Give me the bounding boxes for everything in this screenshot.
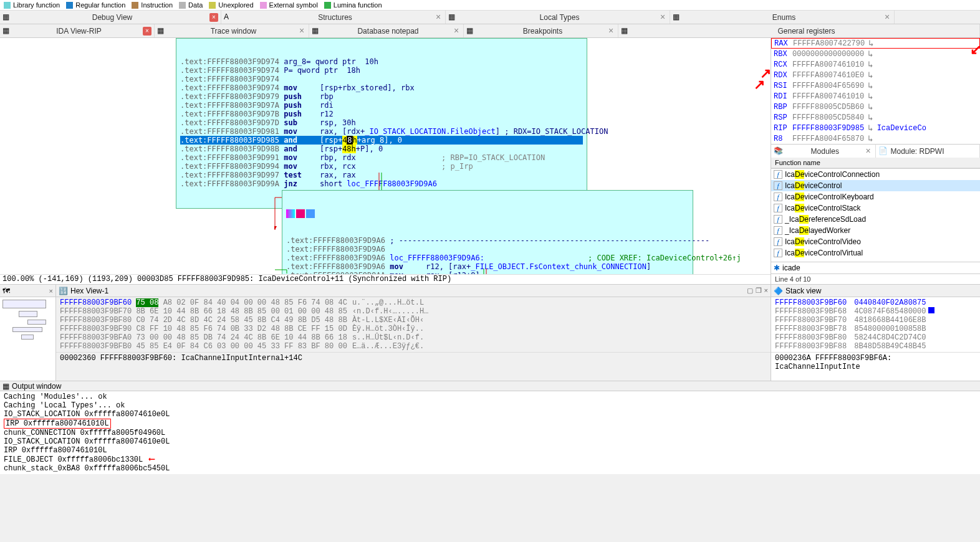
tab-general-registers[interactable]: ▦General registers xyxy=(618,24,980,37)
tab-icon: ▦ xyxy=(2,26,12,36)
close-icon[interactable]: × xyxy=(49,287,53,295)
minimize-icon[interactable]: ▢ xyxy=(747,287,753,295)
register-rcx[interactable]: RCXFFFFFA8007461010↳ xyxy=(771,59,980,70)
function-row[interactable]: fIcaDeviceControlKeyboard xyxy=(771,191,980,202)
code-line[interactable]: .text:FFFFF88003F9D979 push rbp xyxy=(180,92,583,101)
code-line[interactable]: .text:FFFFF88003F9D97B push r12 xyxy=(180,110,583,118)
close-icon[interactable]: × xyxy=(452,27,461,36)
hex-view[interactable]: 🔢 Hex View-1 ▢ ❐ × FFFFF88003F9BF60 75 0… xyxy=(56,285,771,381)
restore-icon[interactable]: ❐ xyxy=(756,287,762,295)
graph-node-2[interactable]: .text:FFFFF88003F9D9A6 ; ---------------… xyxy=(282,190,693,284)
modules-icon: 📚 xyxy=(774,146,784,156)
close-icon[interactable]: × xyxy=(607,27,615,36)
color-icon[interactable] xyxy=(286,209,295,218)
tab-icon: A xyxy=(224,12,234,22)
tab-breakpoints[interactable]: ▦Breakpoints× xyxy=(464,24,618,37)
stack-row[interactable]: FFFFF88003F9BF8058244C8D4C2D74C0 xyxy=(775,333,976,342)
tab-trace-window[interactable]: ▦Trace window× xyxy=(155,24,309,37)
close-icon[interactable]: × xyxy=(864,147,873,156)
function-icon: f xyxy=(774,170,782,179)
graph-node-1[interactable]: .text:FFFFF88003F9D974 arg_8= qword ptr … xyxy=(176,38,587,209)
filter-icon: ✱ xyxy=(774,264,780,272)
register-rbp[interactable]: RBPFFFFF88005CD5B60↳ xyxy=(771,102,980,112)
code-line[interactable]: .text:FFFFF88003F9D981 mov rax, [rdx+_IO… xyxy=(180,127,583,136)
code-line[interactable]: .text:FFFFF88003F9D974 arg_8= qword ptr … xyxy=(180,57,583,66)
stack-row[interactable]: FFFFF88003F9BF704818668B44106E8B xyxy=(775,316,976,325)
output-line: IRP 0xfffffa8007461010L xyxy=(4,419,976,429)
tab-debug-view[interactable]: ▦Debug View× xyxy=(0,11,221,24)
nav-overview[interactable]: 🗺 × xyxy=(0,285,56,381)
legend-item: Regular function xyxy=(66,1,125,9)
functions-list[interactable]: fIcaDeviceControlConnectionfIcaDeviceCon… xyxy=(771,168,980,262)
code-line[interactable]: .text:FFFFF88003F9D97A push rdi xyxy=(180,101,583,110)
hex-row[interactable]: FFFFF88003F9BF80 C0 74 2D 4C 8D 4C 24 58… xyxy=(60,316,767,325)
module-current-tab[interactable]: Module: RDPWI xyxy=(891,147,980,156)
code-line[interactable]: .text:FFFFF88003F9D9A6 xyxy=(286,245,689,254)
code-line[interactable]: .text:FFFFF88003F9D9A6 loc_FFFFF88003F9D… xyxy=(286,254,689,262)
function-row[interactable]: fIcaDeviceControlStack xyxy=(771,202,980,214)
tab-ida-view-rip[interactable]: ▦IDA View-RIP× xyxy=(0,24,155,37)
output-window[interactable]: ▦ Output window Caching 'Modules'... okC… xyxy=(0,381,980,474)
tab-icon: ▦ xyxy=(466,26,476,36)
function-row[interactable]: fIcaDeviceControlConnection xyxy=(771,169,980,180)
tab-structures[interactable]: AStructures× xyxy=(221,11,446,24)
modules-tab[interactable]: Modules xyxy=(786,147,864,156)
stack-row[interactable]: FFFFF88003F9BF78854800000100858B xyxy=(775,325,976,333)
close-icon[interactable]: × xyxy=(143,27,151,36)
output-line: Caching 'Local Types'... ok xyxy=(4,401,976,410)
hex-row[interactable]: FFFFF88003F9BF90 C8 FF 10 48 85 F6 74 0B… xyxy=(60,325,767,333)
register-rdx[interactable]: RDXFFFFFA80074610E0↳ xyxy=(771,70,980,80)
functions-header[interactable]: Function name xyxy=(771,158,980,168)
close-icon[interactable]: × xyxy=(209,13,218,22)
code-line[interactable]: .text:FFFFF88003F9D9A6 mov r12, [rax+_FI… xyxy=(286,262,689,271)
register-r8[interactable]: R8FFFFFA8004F65870↳ xyxy=(771,133,980,144)
function-row[interactable]: f_IcaDereferenceSdLoad xyxy=(771,214,980,225)
register-rbx[interactable]: RBX0000000000000000↳ xyxy=(771,49,980,59)
hex-row[interactable]: FFFFF88003F9BF60 75 08 A8 02 0F 84 40 04… xyxy=(60,298,767,307)
group-icon[interactable] xyxy=(296,209,305,218)
code-line[interactable]: .text:FFFFF88003F9D974 xyxy=(180,75,583,83)
close-icon[interactable]: × xyxy=(764,287,768,295)
register-rax[interactable]: RAXFFFFFA8007422790↳ xyxy=(771,38,980,49)
code-line[interactable]: .text:FFFFF88003F9D9A6 ; ---------------… xyxy=(286,236,689,245)
function-row[interactable]: fIcaDeviceControlVirtual xyxy=(771,247,980,259)
chart-icon[interactable] xyxy=(306,209,315,218)
stack-view[interactable]: 🔷 Stack view FFFFF88003F9BF600440840F02A… xyxy=(771,284,980,381)
code-line[interactable]: .text:FFFFF88003F9D99A jnz short loc_FFF… xyxy=(180,179,583,188)
register-rdi[interactable]: RDIFFFFFA8007461010↳ xyxy=(771,91,980,102)
register-rip[interactable]: RIPFFFFF88003F9D985↳IcaDeviceCo xyxy=(771,123,980,133)
close-icon[interactable]: × xyxy=(434,13,443,22)
stack-row[interactable]: FFFFF88003F9BF888B48D58B49C48B45 xyxy=(775,342,976,351)
function-icon: f xyxy=(774,237,782,246)
close-icon[interactable]: × xyxy=(883,13,891,22)
tab-database-notepad[interactable]: ▦Database notepad× xyxy=(309,24,464,37)
tab-icon: ▦ xyxy=(673,12,683,22)
hex-row[interactable]: FFFFF88003F9BFB0 45 85 E4 0F 84 C6 03 00… xyxy=(60,342,767,351)
hex-row[interactable]: FFFFF88003F9BFA0 73 00 00 48 85 DB 74 24… xyxy=(60,333,767,342)
disassembly-view[interactable]: .text:FFFFF88003F9D974 arg_8= qword ptr … xyxy=(0,38,771,284)
function-icon: f xyxy=(774,204,782,212)
code-line[interactable]: .text:FFFFF88003F9D991 mov rbp, rdx ; RB… xyxy=(180,153,583,162)
function-row[interactable]: fIcaDeviceControlVideo xyxy=(771,236,980,247)
stack-row[interactable]: FFFFF88003F9BF684C0874F685480000 xyxy=(775,307,976,316)
function-search-input[interactable] xyxy=(782,264,978,272)
code-line[interactable]: .text:FFFFF88003F9D997 test rax, rax xyxy=(180,171,583,179)
tab-local-types[interactable]: ▦Local Types× xyxy=(446,11,670,24)
code-line[interactable]: .text:FFFFF88003F9D97D sub rsp, 30h xyxy=(180,118,583,127)
stack-row[interactable]: FFFFF88003F9BF600440840F02A80875 xyxy=(775,298,976,307)
code-line[interactable]: .text:FFFFF88003F9D994 mov rbx, rcx ; p_… xyxy=(180,162,583,171)
register-rsp[interactable]: RSPFFFFF88005CD5840↳ xyxy=(771,112,980,123)
function-row[interactable]: fIcaDeviceControl xyxy=(771,180,980,191)
close-icon[interactable]: × xyxy=(297,27,306,36)
register-rsi[interactable]: RSIFFFFFA8004F65690↳ xyxy=(771,80,980,91)
code-line[interactable]: .text:FFFFF88003F9D98B and [rsp+48h+P], … xyxy=(180,145,583,153)
hex-row[interactable]: FFFFF88003F9BF70 8B 6E 10 44 8B 66 18 48… xyxy=(60,307,767,316)
close-icon[interactable]: × xyxy=(658,13,667,22)
code-line[interactable]: .text:FFFFF88003F9D985 and [rsp+48h+arg_… xyxy=(180,136,583,145)
code-line[interactable]: .text:FFFFF88003F9D974 mov [rsp+rbx_stor… xyxy=(180,83,583,92)
output-line: IO_STACK_LOCATION 0xfffffa80074610e0L xyxy=(4,437,976,446)
output-icon: ▦ xyxy=(2,382,9,391)
tab-enums[interactable]: ▦Enums× xyxy=(670,11,895,24)
code-line[interactable]: .text:FFFFF88003F9D974 P= qword ptr 18h xyxy=(180,66,583,75)
function-row[interactable]: f_IcaDelayedWorker xyxy=(771,225,980,236)
